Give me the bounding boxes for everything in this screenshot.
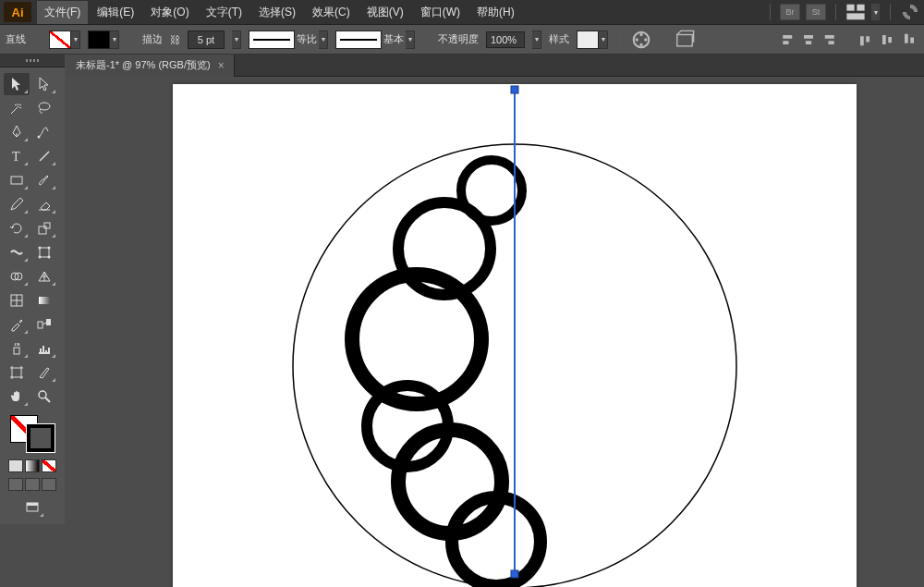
svg-point-6 [639,43,642,45]
fill-dropdown[interactable]: ▾ [71,31,80,49]
separator [426,31,427,48]
menu-view[interactable]: 视图(V) [359,1,411,24]
mini-gradient-icon[interactable] [25,459,40,472]
document-tab[interactable]: 未标题-1* @ 97% (RGB/预览) × [67,55,235,77]
symbol-sprayer-tool[interactable] [4,337,30,360]
transform-icon[interactable] [675,30,695,50]
magic-wand-tool[interactable] [4,97,30,119]
align-cluster [765,31,918,49]
menu-window[interactable]: 窗口(W) [413,1,468,24]
stroke-weight-dropdown[interactable]: ▾ [232,31,241,49]
eraser-tool[interactable] [31,193,57,215]
menu-effect[interactable]: 效果(C) [305,1,358,24]
gradient-tool[interactable] [31,289,57,312]
artboard-tool[interactable] [4,361,30,384]
arrange-icon[interactable] [845,2,866,22]
fill-swatch[interactable] [49,31,71,49]
zoom-tool[interactable] [31,385,57,408]
menu-object[interactable]: 对象(O) [143,1,196,24]
mesh-tool[interactable] [4,289,30,312]
toolbox-tab[interactable] [0,55,65,67]
opacity-input[interactable] [486,31,525,48]
app-logo-icon: Ai [4,2,31,22]
width-tool[interactable] [4,241,30,263]
style-dropdown[interactable]: ▾ [599,31,608,49]
svg-rect-15 [39,226,46,234]
type-tool[interactable]: T [4,145,30,167]
align-hcenter-icon[interactable] [799,31,818,49]
hand-tool[interactable] [4,385,30,408]
sync-icon[interactable] [900,2,920,22]
svg-rect-0 [846,5,854,11]
mini-color-icon[interactable] [8,459,23,472]
rectangle-tool[interactable] [4,169,30,191]
align-right-icon[interactable] [821,31,840,49]
menu-edit[interactable]: 编辑(E) [90,1,141,24]
perspective-tool[interactable] [31,265,57,287]
graph-tool[interactable] [31,337,57,360]
stroke-swatch[interactable] [88,31,110,49]
stroke-profile-preview[interactable] [249,31,295,49]
stock-icon[interactable]: St [806,4,826,20]
profile-dropdown-2[interactable]: ▾ [406,31,415,49]
stroke-color-swatch[interactable] [27,424,55,452]
eyedropper-tool[interactable] [4,313,30,336]
lasso-tool[interactable] [31,97,57,119]
draw-behind-icon[interactable] [25,478,40,491]
artwork[interactable] [173,84,857,587]
pen-tool[interactable] [4,121,30,143]
recolor-icon[interactable] [631,30,651,50]
bridge-icon[interactable]: Br [780,4,800,20]
align-bottom-icon[interactable] [900,31,918,49]
pencil-tool[interactable] [4,193,30,215]
stroke-label: 描边 [142,32,163,46]
document-area: 未标题-1* @ 97% (RGB/预览) × [67,55,924,587]
artboard[interactable] [173,84,857,587]
screen-mode-icon[interactable] [19,496,45,519]
align-vcenter-icon[interactable] [878,31,896,49]
paintbrush-tool[interactable] [31,169,57,191]
curvature-tool[interactable] [31,121,57,143]
align-top-icon[interactable] [856,31,874,49]
toolbox: T [0,67,65,524]
svg-point-19 [48,247,51,250]
svg-rect-33 [27,503,38,506]
menu-text[interactable]: 文字(T) [199,1,249,24]
svg-line-12 [40,152,49,161]
rotate-tool[interactable] [4,217,30,239]
mini-none-icon[interactable] [42,459,56,472]
selection-tool[interactable] [4,73,30,95]
slice-tool[interactable] [31,361,57,384]
menu-file[interactable]: 文件(F) [37,1,88,24]
draw-inside-icon[interactable] [42,478,56,491]
svg-point-4 [639,32,642,35]
close-icon[interactable]: × [218,59,225,72]
svg-text:T: T [12,150,20,164]
svg-point-39 [398,430,502,533]
draw-normal-icon[interactable] [8,478,23,491]
profile-dropdown-1[interactable]: ▾ [319,31,328,49]
align-left-icon[interactable] [777,31,796,49]
menu-select[interactable]: 选择(S) [251,1,303,24]
free-transform-tool[interactable] [31,241,57,263]
svg-point-7 [636,38,638,41]
svg-point-18 [39,247,42,250]
svg-rect-42 [511,86,518,93]
scale-tool[interactable] [31,217,57,239]
brush-preview[interactable] [335,31,382,49]
stroke-dropdown[interactable]: ▾ [110,31,119,49]
separator [890,4,891,20]
stroke-weight-input[interactable] [188,31,225,49]
canvas[interactable] [67,77,924,587]
line-tool[interactable] [31,145,57,167]
style-label: 样式 [549,32,569,46]
arrange-dropdown[interactable]: ▾ [871,3,881,21]
opacity-dropdown[interactable]: ▾ [532,31,541,49]
color-swatches[interactable] [10,415,55,452]
shape-builder-tool[interactable] [4,265,30,287]
link-icon[interactable]: ⛓ [170,34,180,45]
menu-help[interactable]: 帮助(H) [469,1,522,24]
style-swatch[interactable] [577,31,599,49]
direct-selection-tool[interactable] [31,73,57,95]
blend-tool[interactable] [31,313,57,336]
